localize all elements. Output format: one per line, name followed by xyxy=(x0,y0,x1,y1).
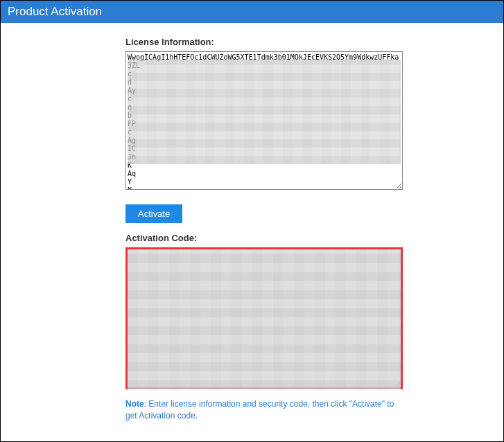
note-body: : Enter license information and security… xyxy=(125,399,394,421)
main-content: License Information: Activate Activation… xyxy=(1,23,403,422)
page-header: Product Activation xyxy=(1,1,503,23)
note-text: Note: Enter license information and secu… xyxy=(125,398,403,422)
activation-code-textarea[interactable] xyxy=(125,247,403,389)
activate-button[interactable]: Activate xyxy=(125,204,182,223)
license-wrapper xyxy=(125,51,403,192)
activation-label: Activation Code: xyxy=(125,233,403,243)
activation-wrapper xyxy=(125,247,403,391)
license-label: License Information: xyxy=(125,37,403,47)
page-title: Product Activation xyxy=(8,5,102,18)
license-info-textarea[interactable] xyxy=(125,51,403,190)
note-prefix: Note xyxy=(125,399,144,409)
